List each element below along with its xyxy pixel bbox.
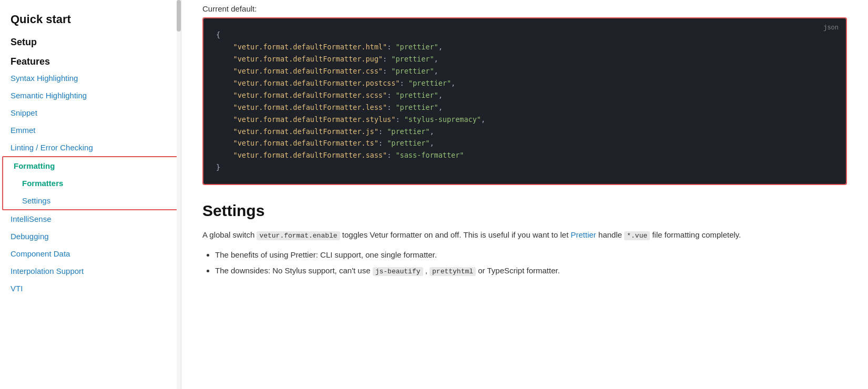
vetur-format-enable-code: vetur.format.enable bbox=[257, 231, 340, 240]
main-content: Current default: json { "vetur.format.de… bbox=[181, 0, 868, 389]
sidebar-quick-start[interactable]: Quick start bbox=[0, 8, 181, 30]
sidebar-item-formatting[interactable]: Formatting bbox=[3, 157, 178, 175]
sidebar-item-component-data[interactable]: Component Data bbox=[0, 245, 181, 262]
settings-para1-suffix: toggles Vetur formatter on and off. This… bbox=[342, 230, 569, 239]
sidebar-features: Features bbox=[0, 50, 181, 69]
sidebar-item-semantic-highlighting[interactable]: Semantic Highlighting bbox=[0, 87, 181, 104]
sidebar-item-vti[interactable]: VTI bbox=[0, 280, 181, 297]
sidebar-content: Quick start Setup Features Syntax Highli… bbox=[0, 0, 181, 305]
scrollbar-track bbox=[177, 0, 181, 389]
sidebar: Quick start Setup Features Syntax Highli… bbox=[0, 0, 181, 389]
bullet2-suffix: or TypeScript formatter. bbox=[478, 266, 560, 275]
code-lang-label: json bbox=[823, 23, 839, 33]
sidebar-setup[interactable]: Setup bbox=[0, 30, 181, 50]
sidebar-item-debugging[interactable]: Debugging bbox=[0, 228, 181, 245]
bullet-item-1: The benefits of using Prettier: CLI supp… bbox=[215, 248, 847, 262]
code-line-html: "vetur.format.defaultFormatter.html": "p… bbox=[216, 41, 833, 53]
bullet-list: The benefits of using Prettier: CLI supp… bbox=[215, 248, 847, 278]
prettyhtml-code: prettyhtml bbox=[430, 267, 476, 276]
sidebar-item-emmet[interactable]: Emmet bbox=[0, 121, 181, 139]
code-line-pug: "vetur.format.defaultFormatter.pug": "pr… bbox=[216, 53, 833, 65]
code-line-js: "vetur.format.defaultFormatter.js": "pre… bbox=[216, 126, 833, 138]
code-block-wrapper: json { "vetur.format.defaultFormatter.ht… bbox=[202, 17, 847, 185]
code-line-ts: "vetur.format.defaultFormatter.ts": "pre… bbox=[216, 137, 833, 149]
sidebar-item-snippet[interactable]: Snippet bbox=[0, 104, 181, 121]
prettier-link[interactable]: Prettier bbox=[571, 230, 596, 239]
bullet2-sep: , bbox=[425, 266, 427, 275]
vue-extension-code: *.vue bbox=[624, 231, 650, 240]
current-default-label: Current default: bbox=[202, 4, 847, 13]
settings-heading: Settings bbox=[202, 202, 847, 220]
sidebar-item-linting[interactable]: Linting / Error Checking bbox=[0, 139, 181, 156]
sidebar-item-syntax-highlighting[interactable]: Syntax Highlighting bbox=[0, 69, 181, 87]
code-line-close-brace: } bbox=[216, 161, 833, 173]
code-line-stylus: "vetur.format.defaultFormatter.stylus": … bbox=[216, 114, 833, 126]
code-line-sass: "vetur.format.defaultFormatter.sass": "s… bbox=[216, 149, 833, 161]
code-line-less: "vetur.format.defaultFormatter.less": "p… bbox=[216, 101, 833, 114]
code-line-postcss: "vetur.format.defaultFormatter.postcss":… bbox=[216, 77, 833, 89]
sidebar-item-intellisense[interactable]: IntelliSense bbox=[0, 210, 181, 228]
code-line-css: "vetur.format.defaultFormatter.css": "pr… bbox=[216, 65, 833, 77]
js-beautify-code: js-beautify bbox=[373, 267, 423, 276]
scrollbar-thumb[interactable] bbox=[177, 0, 181, 32]
sidebar-item-settings-sub[interactable]: Settings bbox=[3, 192, 178, 209]
code-line-scss: "vetur.format.defaultFormatter.scss": "p… bbox=[216, 89, 833, 101]
code-block: json { "vetur.format.defaultFormatter.ht… bbox=[203, 18, 846, 184]
sidebar-item-formatters[interactable]: Formatters bbox=[3, 175, 178, 192]
code-line-open-brace: { bbox=[216, 29, 833, 41]
handle-text: handle bbox=[598, 230, 624, 239]
settings-para-1: A global switch vetur.format.enable togg… bbox=[202, 228, 847, 242]
settings-para1-end: file formatting completely. bbox=[652, 230, 741, 239]
sidebar-item-interpolation[interactable]: Interpolation Support bbox=[0, 262, 181, 280]
settings-para1-prefix: A global switch bbox=[202, 230, 254, 239]
sidebar-selected-group: Formatting Formatters Settings bbox=[2, 156, 179, 210]
bullet-item-2: The downsides: No Stylus support, can't … bbox=[215, 264, 847, 278]
